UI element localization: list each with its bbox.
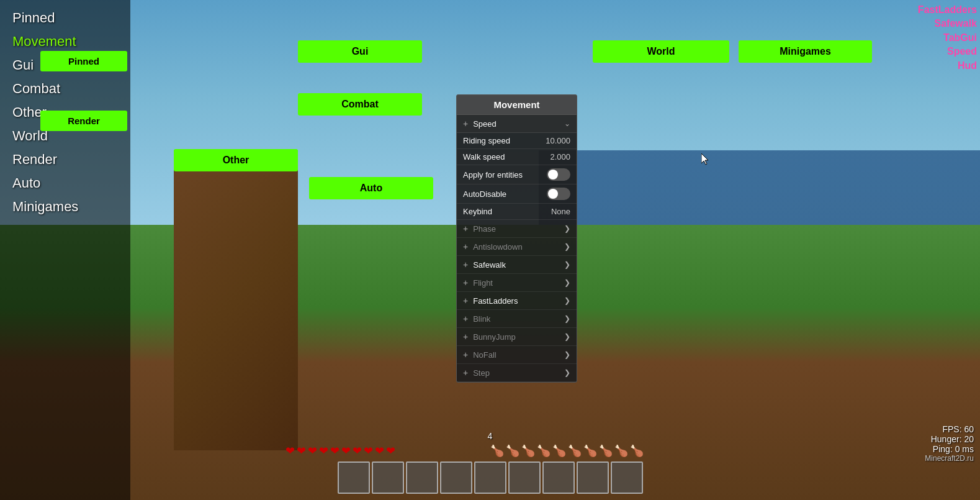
sidebar-item-render[interactable]: Render	[0, 148, 130, 171]
nofall-plus-icon[interactable]: +	[463, 350, 468, 360]
hunger-display: Hunger: 20	[925, 434, 974, 444]
riding-speed-label: Riding speed	[463, 136, 546, 145]
auto-disable-toggle[interactable]	[547, 188, 570, 200]
auto-button[interactable]: Auto	[309, 177, 433, 199]
nofall-chevron-icon[interactable]: ❯	[564, 350, 570, 359]
module-flight[interactable]: + Flight ❯	[457, 274, 577, 292]
gui-button[interactable]: Gui	[298, 40, 422, 63]
hunger-6: 🍗	[568, 444, 582, 458]
heart-5: ❤	[330, 444, 339, 458]
step-plus-icon[interactable]: +	[463, 368, 468, 378]
hotbar-slot-1[interactable]	[338, 461, 370, 494]
module-antislowdown[interactable]: + Antislowdown ❯	[457, 238, 577, 256]
flight-chevron-icon[interactable]: ❯	[564, 278, 570, 287]
movement-panel-header: Movement	[457, 95, 577, 115]
safewalk-chevron-icon[interactable]: ❯	[564, 260, 570, 269]
heart-8: ❤	[364, 444, 373, 458]
hotbar-slot-9[interactable]	[611, 461, 643, 494]
hunger-8: 🍗	[599, 444, 613, 458]
hotbar-slot-7[interactable]	[542, 461, 575, 494]
blink-plus-icon[interactable]: +	[463, 314, 468, 324]
sidebar: Pinned Movement Gui Combat Other World R…	[0, 0, 130, 500]
minigames-button[interactable]: Minigames	[739, 40, 872, 63]
apply-entities-toggle[interactable]	[547, 168, 570, 181]
flight-plus-icon[interactable]: +	[463, 278, 468, 288]
step-chevron-icon[interactable]: ❯	[564, 368, 570, 377]
keybind-value: None	[551, 207, 570, 216]
module-blink[interactable]: + Blink ❯	[457, 310, 577, 328]
sidebar-item-minigames[interactable]: Minigames	[0, 195, 130, 219]
heart-2: ❤	[297, 444, 306, 458]
hotbar-slot-3[interactable]	[406, 461, 438, 494]
hotbar	[338, 461, 643, 494]
bunnyjump-chevron-icon[interactable]: ❯	[564, 332, 570, 341]
speed-plus-icon[interactable]: +	[463, 119, 468, 129]
sidebar-item-combat[interactable]: Combat	[0, 77, 130, 101]
ping-display: Ping: 0 ms	[925, 444, 974, 454]
fastladders-chevron-icon[interactable]: ❯	[564, 296, 570, 305]
safewalk-label: Safewalk	[473, 260, 564, 270]
render-button-sidebar[interactable]: Render	[40, 111, 127, 131]
item-count: 4	[488, 431, 493, 441]
health-bar: ❤ ❤ ❤ ❤ ❤ ❤ ❤ ❤ ❤ ❤	[285, 444, 395, 458]
hud-speed: Speed	[918, 45, 977, 58]
hud-fastladders: FastLadders	[918, 3, 977, 17]
module-bunnyjump[interactable]: + BunnyJump ❯	[457, 328, 577, 346]
speed-chevron-icon[interactable]: ⌄	[564, 119, 570, 128]
heart-7: ❤	[353, 444, 362, 458]
other-button[interactable]: Other	[174, 149, 298, 171]
hunger-1: 🍗	[490, 444, 504, 458]
heart-6: ❤	[341, 444, 351, 458]
hotbar-slot-4[interactable]	[440, 461, 472, 494]
pinned-button[interactable]: Pinned	[40, 51, 127, 71]
antislowdown-label: Antislowdown	[473, 242, 564, 252]
blink-label: Blink	[473, 314, 564, 324]
hunger-10: 🍗	[630, 444, 644, 458]
combat-button[interactable]: Combat	[298, 93, 422, 116]
hotbar-slot-2[interactable]	[372, 461, 404, 494]
phase-plus-icon[interactable]: +	[463, 224, 468, 234]
walk-speed-value: 2.000	[550, 152, 570, 161]
hotbar-slot-8[interactable]	[577, 461, 609, 494]
module-fastladders[interactable]: + FastLadders ❯	[457, 292, 577, 310]
fastladders-plus-icon[interactable]: +	[463, 296, 468, 306]
hunger-9: 🍗	[614, 444, 628, 458]
hotbar-slot-6[interactable]	[508, 461, 541, 494]
nofall-label: NoFall	[473, 350, 564, 360]
bunnyjump-plus-icon[interactable]: +	[463, 332, 468, 342]
auto-disable-label: AutoDisable	[463, 189, 547, 199]
sidebar-item-movement[interactable]: Movement	[0, 30, 130, 53]
hud-tabgui: TabGui	[918, 31, 977, 45]
antislowdown-plus-icon[interactable]: +	[463, 242, 468, 252]
heart-1: ❤	[285, 444, 295, 458]
blink-chevron-icon[interactable]: ❯	[564, 314, 570, 323]
keybind-label: Keybind	[463, 207, 551, 216]
apply-entities-row: Apply for entities	[457, 165, 577, 184]
module-safewalk[interactable]: + Safewalk ❯	[457, 256, 577, 274]
riding-speed-value: 10.000	[546, 136, 570, 145]
hunger-3: 🍗	[521, 444, 535, 458]
fastladders-label: FastLadders	[473, 296, 564, 306]
apply-entities-label: Apply for entities	[463, 170, 547, 180]
riding-speed-row: Riding speed 10.000	[457, 133, 577, 149]
speed-row[interactable]: + Speed ⌄	[457, 115, 577, 133]
phase-label: Phase	[473, 224, 564, 234]
antislowdown-chevron-icon[interactable]: ❯	[564, 242, 570, 251]
sidebar-item-auto[interactable]: Auto	[0, 171, 130, 195]
module-phase[interactable]: + Phase ❯	[457, 220, 577, 238]
phase-chevron-icon[interactable]: ❯	[564, 224, 570, 233]
walk-speed-label: Walk speed	[463, 152, 550, 161]
hotbar-slot-5[interactable]	[474, 461, 506, 494]
bunnyjump-label: BunnyJump	[473, 332, 564, 342]
movement-panel: Movement + Speed ⌄ Riding speed 10.000 W…	[456, 94, 577, 383]
module-nofall[interactable]: + NoFall ❯	[457, 346, 577, 364]
combat-button-area: Combat	[298, 93, 422, 116]
safewalk-plus-icon[interactable]: +	[463, 260, 468, 270]
module-step[interactable]: + Step ❯	[457, 364, 577, 382]
auto-disable-row: AutoDisable	[457, 184, 577, 204]
blocks-left	[174, 150, 298, 450]
hud-safewalk: Safewalk	[918, 17, 977, 30]
sidebar-item-pinned[interactable]: Pinned	[0, 6, 130, 30]
world-button[interactable]: World	[593, 40, 729, 63]
gui-button-area: Gui	[298, 40, 422, 63]
